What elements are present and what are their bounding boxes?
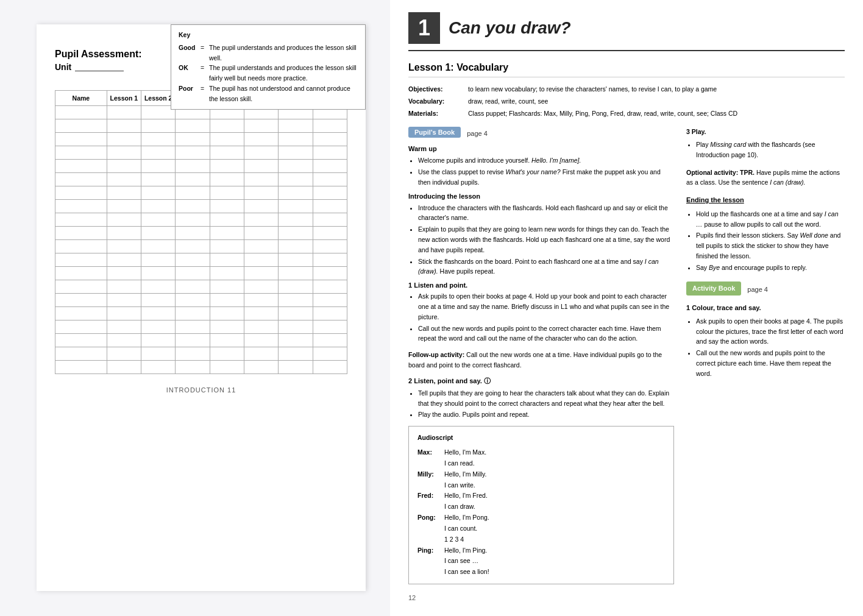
lesson-cell[interactable]	[313, 294, 347, 307]
lesson-cell[interactable]	[313, 280, 347, 294]
lesson-cell[interactable]	[107, 186, 141, 200]
lesson-cell[interactable]	[244, 186, 278, 200]
lesson-cell[interactable]	[107, 267, 141, 280]
lesson-cell[interactable]	[176, 146, 210, 160]
lesson-cell[interactable]	[313, 240, 347, 253]
lesson-cell[interactable]	[176, 267, 210, 280]
lesson-cell[interactable]	[210, 307, 244, 320]
lesson-cell[interactable]	[176, 186, 210, 200]
lesson-cell[interactable]	[279, 294, 313, 307]
lesson-cell[interactable]	[176, 200, 210, 213]
lesson-cell[interactable]	[141, 361, 176, 374]
lesson-cell[interactable]	[176, 160, 210, 173]
lesson-cell[interactable]	[244, 200, 278, 213]
lesson-cell[interactable]	[279, 160, 313, 173]
lesson-cell[interactable]	[176, 227, 210, 240]
name-cell[interactable]	[55, 280, 107, 294]
lesson-cell[interactable]	[176, 347, 210, 361]
lesson-cell[interactable]	[141, 146, 176, 160]
lesson-cell[interactable]	[107, 320, 141, 334]
lesson-cell[interactable]	[107, 146, 141, 160]
lesson-cell[interactable]	[141, 160, 176, 173]
lesson-cell[interactable]	[176, 307, 210, 320]
lesson-cell[interactable]	[244, 361, 278, 374]
name-cell[interactable]	[55, 213, 107, 227]
name-cell[interactable]	[55, 173, 107, 186]
lesson-cell[interactable]	[313, 361, 347, 374]
lesson-cell[interactable]	[210, 334, 244, 347]
lesson-cell[interactable]	[176, 240, 210, 253]
lesson-cell[interactable]	[210, 361, 244, 374]
lesson-cell[interactable]	[107, 361, 141, 374]
name-cell[interactable]	[55, 160, 107, 173]
name-cell[interactable]	[55, 253, 107, 267]
lesson-cell[interactable]	[210, 186, 244, 200]
lesson-cell[interactable]	[279, 227, 313, 240]
lesson-cell[interactable]	[244, 347, 278, 361]
name-cell[interactable]	[55, 106, 107, 119]
name-cell[interactable]	[55, 200, 107, 213]
lesson-cell[interactable]	[244, 240, 278, 253]
lesson-cell[interactable]	[313, 334, 347, 347]
lesson-cell[interactable]	[210, 267, 244, 280]
lesson-cell[interactable]	[176, 253, 210, 267]
lesson-cell[interactable]	[313, 320, 347, 334]
pupils-book-button[interactable]: Pupil's Book	[408, 127, 461, 138]
lesson-cell[interactable]	[313, 173, 347, 186]
lesson-cell[interactable]	[141, 320, 176, 334]
lesson-cell[interactable]	[313, 253, 347, 267]
lesson-cell[interactable]	[210, 146, 244, 160]
lesson-cell[interactable]	[210, 173, 244, 186]
lesson-cell[interactable]	[313, 119, 347, 133]
lesson-cell[interactable]	[313, 160, 347, 173]
lesson-cell[interactable]	[107, 133, 141, 146]
name-cell[interactable]	[55, 119, 107, 133]
lesson-cell[interactable]	[210, 213, 244, 227]
lesson-cell[interactable]	[244, 280, 278, 294]
lesson-cell[interactable]	[279, 173, 313, 186]
lesson-cell[interactable]	[107, 200, 141, 213]
lesson-cell[interactable]	[244, 146, 278, 160]
lesson-cell[interactable]	[141, 240, 176, 253]
lesson-cell[interactable]	[107, 307, 141, 320]
lesson-cell[interactable]	[141, 133, 176, 146]
lesson-cell[interactable]	[210, 294, 244, 307]
lesson-cell[interactable]	[176, 334, 210, 347]
lesson-cell[interactable]	[141, 347, 176, 361]
lesson-cell[interactable]	[141, 227, 176, 240]
lesson-cell[interactable]	[107, 227, 141, 240]
lesson-cell[interactable]	[279, 253, 313, 267]
lesson-cell[interactable]	[279, 334, 313, 347]
lesson-cell[interactable]	[210, 320, 244, 334]
lesson-cell[interactable]	[176, 213, 210, 227]
lesson-cell[interactable]	[141, 173, 176, 186]
lesson-cell[interactable]	[244, 173, 278, 186]
lesson-cell[interactable]	[313, 213, 347, 227]
lesson-cell[interactable]	[210, 227, 244, 240]
lesson-cell[interactable]	[313, 133, 347, 146]
lesson-cell[interactable]	[210, 133, 244, 146]
lesson-cell[interactable]	[244, 119, 278, 133]
lesson-cell[interactable]	[176, 294, 210, 307]
lesson-cell[interactable]	[313, 227, 347, 240]
lesson-cell[interactable]	[279, 280, 313, 294]
lesson-cell[interactable]	[141, 280, 176, 294]
lesson-cell[interactable]	[210, 253, 244, 267]
lesson-cell[interactable]	[107, 173, 141, 186]
name-cell[interactable]	[55, 227, 107, 240]
lesson-cell[interactable]	[279, 320, 313, 334]
lesson-cell[interactable]	[313, 200, 347, 213]
name-cell[interactable]	[55, 294, 107, 307]
lesson-cell[interactable]	[279, 361, 313, 374]
lesson-cell[interactable]	[107, 334, 141, 347]
name-cell[interactable]	[55, 307, 107, 320]
lesson-cell[interactable]	[176, 133, 210, 146]
lesson-cell[interactable]	[313, 307, 347, 320]
lesson-cell[interactable]	[141, 213, 176, 227]
lesson-cell[interactable]	[176, 320, 210, 334]
lesson-cell[interactable]	[176, 119, 210, 133]
name-cell[interactable]	[55, 186, 107, 200]
name-cell[interactable]	[55, 240, 107, 253]
lesson-cell[interactable]	[210, 280, 244, 294]
lesson-cell[interactable]	[210, 160, 244, 173]
